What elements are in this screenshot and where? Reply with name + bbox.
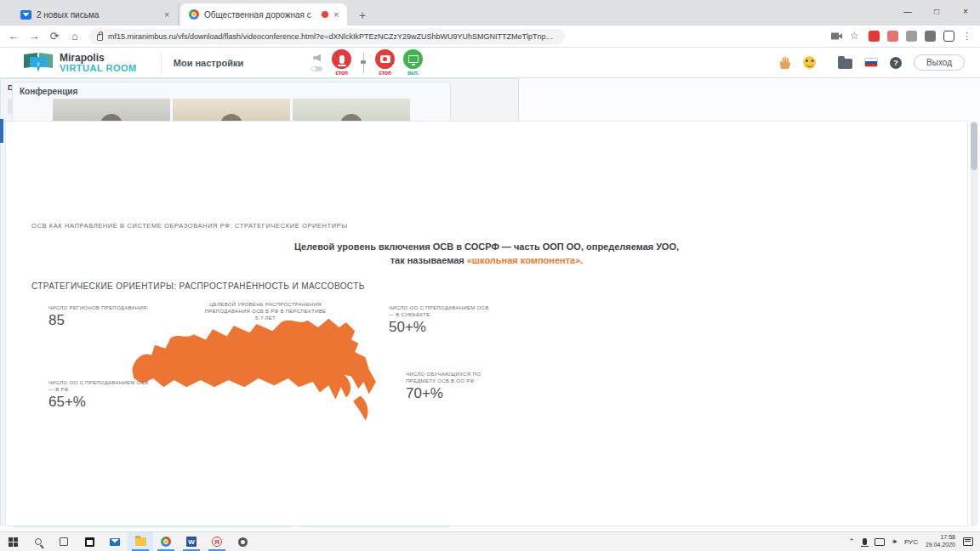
taskbar-mail[interactable] bbox=[102, 532, 128, 551]
screen-icon bbox=[408, 55, 419, 63]
files-folder-icon[interactable] bbox=[838, 59, 852, 69]
browser-extensions: ☆ ⋮ bbox=[831, 31, 973, 42]
slider-knob[interactable] bbox=[361, 60, 366, 64]
browser-menu-icon[interactable]: ⋮ bbox=[962, 31, 973, 42]
logo-line2: VIRTUAL ROOM bbox=[60, 63, 137, 73]
extension-gray-icon[interactable] bbox=[906, 31, 917, 42]
media-router-icon[interactable] bbox=[831, 31, 842, 42]
header-divider bbox=[161, 53, 162, 73]
maximize-button[interactable]: □ bbox=[922, 0, 951, 22]
taskbar-word[interactable]: W bbox=[179, 532, 204, 551]
microphone-stop-button[interactable] bbox=[332, 49, 351, 69]
camera-icon bbox=[380, 55, 390, 63]
app-header: ♀ Mirapolis VIRTUAL ROOM Мои настройки с… bbox=[0, 48, 980, 78]
home-button[interactable]: ⌂ bbox=[68, 30, 82, 43]
taskbar-chrome[interactable] bbox=[153, 532, 179, 551]
language-flag-icon[interactable] bbox=[864, 58, 878, 67]
stat-value: 85 bbox=[48, 312, 151, 329]
tray-network-icon[interactable] bbox=[875, 538, 885, 546]
broadcast-controls: стоп стоп вкл. bbox=[311, 49, 423, 76]
stat-label: ЧИСЛО ОБУЧАЮЩИХСЯ ПО ПРЕДМЕТУ ОСВ В ОО Р… bbox=[406, 371, 508, 384]
slide-lead-accent: «школьная компонента». bbox=[467, 255, 584, 265]
emoji-icon[interactable] bbox=[803, 56, 816, 69]
volume-slider[interactable] bbox=[360, 53, 367, 73]
store-icon bbox=[85, 537, 94, 547]
camera-stop-button[interactable] bbox=[375, 49, 395, 69]
recording-indicator-icon bbox=[322, 11, 328, 18]
side-handle[interactable] bbox=[0, 119, 3, 143]
mail-icon bbox=[20, 10, 31, 20]
browser-tab-conference[interactable]: Общественная дорожная с × bbox=[180, 3, 347, 26]
page-favicon bbox=[189, 9, 199, 20]
screen-share-label: вкл. bbox=[407, 70, 419, 76]
slide-infographic: ЧИСЛО РЕГИОНОВ ПРЕПОДАВАНИЯ: 85 ЦЕЛЕВОЙ … bbox=[31, 301, 942, 437]
minimize-button[interactable]: — bbox=[893, 0, 922, 22]
raise-hand-icon[interactable] bbox=[778, 56, 791, 69]
page-url: mf15.miranimbus.ru/vfs/download/flash/vi… bbox=[108, 32, 556, 41]
map-stat: ЧИСЛО ОО С ПРЕПОДАВАНИЕМ ОСВ — В СУБЪЕКТ… bbox=[389, 304, 491, 336]
browser-tab-mail[interactable]: 2 новых письма × bbox=[12, 3, 179, 26]
taskbar-search[interactable] bbox=[26, 532, 51, 551]
slide-canvas: ОСВ КАК НАПРАВЛЕНИЕ В СИСТЕМЕ ОБРАЗОВАНИ… bbox=[5, 121, 968, 526]
tray-microphone-icon[interactable] bbox=[863, 538, 867, 545]
microphone-label: стоп bbox=[335, 70, 348, 76]
slide-lead: Целевой уровень включения ОСВ в СОСРФ — … bbox=[287, 241, 687, 268]
stat-label: ЦЕЛЕВОЙ УРОВЕНЬ РАСПРОСТРАНЕНИЯ ПРЕПОДАВ… bbox=[202, 301, 329, 321]
taskbar-explorer[interactable] bbox=[128, 532, 153, 551]
profile-avatar-icon[interactable] bbox=[943, 31, 954, 42]
microphone-control[interactable]: стоп bbox=[332, 49, 351, 76]
scrollbar-thumb[interactable] bbox=[971, 122, 977, 170]
tray-date: 29.04.2020 bbox=[926, 542, 955, 549]
extension-square-icon[interactable] bbox=[925, 31, 936, 42]
map-stat: ЧИСЛО ОБУЧАЮЩИХСЯ ПО ПРЕДМЕТУ ОСВ В ОО Р… bbox=[406, 371, 508, 402]
presentation-scrollbar[interactable] bbox=[971, 121, 977, 526]
browser-tab-strip: 2 новых письма × Общественная дорожная с… bbox=[0, 0, 980, 26]
reload-button[interactable]: ⟳ bbox=[48, 30, 61, 43]
browser-toolbar: ← → ⟳ ⌂ mf15.miranimbus.ru/vfs/download/… bbox=[0, 26, 980, 48]
tab-title: 2 новых письма bbox=[37, 10, 159, 20]
tab-title: Общественная дорожная с bbox=[204, 10, 316, 20]
forward-button[interactable]: → bbox=[27, 30, 41, 43]
help-icon[interactable]: ? bbox=[890, 57, 902, 69]
extension-red-icon[interactable] bbox=[869, 31, 880, 42]
screen-share-control[interactable]: вкл. bbox=[403, 49, 423, 76]
map-stat: ЦЕЛЕВОЙ УРОВЕНЬ РАСПРОСТРАНЕНИЯ ПРЕПОДАВ… bbox=[202, 301, 329, 321]
clock[interactable]: 17:58 29.04.2020 bbox=[926, 534, 955, 549]
new-tab-button[interactable]: + bbox=[352, 5, 373, 26]
address-bar[interactable]: mf15.miranimbus.ru/vfs/download/flash/vi… bbox=[88, 29, 565, 44]
tray-expand-icon[interactable]: ⌃ bbox=[848, 537, 855, 546]
tab-close-icon[interactable]: × bbox=[164, 10, 169, 20]
taskbar-yandex[interactable]: Я bbox=[204, 532, 230, 551]
desktop: 2 новых письма × Общественная дорожная с… bbox=[0, 0, 980, 551]
slide-subtitle: СТРАТЕГИЧЕСКИЕ ОРИЕНТИРЫ: РАСПРОСТРАНЁНН… bbox=[31, 281, 942, 291]
bookmark-star-icon[interactable]: ☆ bbox=[850, 31, 861, 42]
start-button[interactable] bbox=[0, 532, 26, 551]
notification-center-icon[interactable] bbox=[963, 537, 973, 546]
screen-share-button[interactable] bbox=[403, 49, 423, 69]
map-stat: ЧИСЛО ОО С ПРЕПОДАВАНИЕМ ОСВ — В РФ: 65+… bbox=[48, 379, 151, 411]
exit-button[interactable]: Выход bbox=[914, 54, 965, 71]
file-explorer-icon bbox=[135, 537, 146, 546]
mail-app-icon bbox=[110, 538, 120, 546]
search-icon bbox=[35, 538, 42, 545]
task-view-button[interactable] bbox=[51, 532, 77, 551]
taskbar-store[interactable] bbox=[77, 532, 102, 551]
camera-control[interactable]: стоп bbox=[375, 49, 395, 76]
main-area: Конференция Сайфуллин Григорий Пет... Са… bbox=[0, 78, 980, 531]
stat-label: ЧИСЛО ОО С ПРЕПОДАВАНИЕМ ОСВ — В РФ: bbox=[48, 379, 151, 393]
camera-label: стоп bbox=[379, 70, 391, 76]
chrome-icon bbox=[161, 537, 171, 547]
conference-title: Конференция bbox=[13, 82, 450, 98]
speaker-toggle-icon[interactable] bbox=[311, 54, 323, 71]
system-tray: ⌃ 🕪 РУС 17:58 29.04.2020 bbox=[848, 532, 980, 551]
mirapolis-logo-icon: ♀ bbox=[24, 52, 53, 74]
taskbar-settings[interactable] bbox=[230, 532, 255, 551]
close-button[interactable]: × bbox=[951, 0, 980, 22]
back-button[interactable]: ← bbox=[7, 30, 20, 43]
extension-pink-icon[interactable] bbox=[887, 31, 898, 42]
language-indicator[interactable]: РУС bbox=[904, 538, 918, 546]
my-settings-menu[interactable]: Мои настройки bbox=[174, 58, 243, 68]
presentation-panel: DK-OSV_Prezentatsia_28_04_2020__.pptx 20… bbox=[0, 78, 519, 525]
tray-volume-icon[interactable]: 🕪 bbox=[892, 537, 897, 546]
tab-close-icon[interactable]: × bbox=[333, 10, 339, 20]
